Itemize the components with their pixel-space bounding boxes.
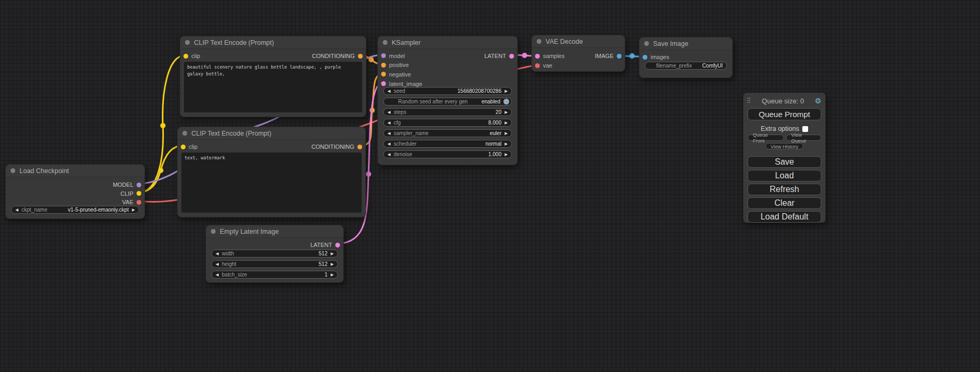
denoise-widget[interactable]: ◀ denoise 1.000 ▶ bbox=[383, 150, 512, 158]
queue-front-button[interactable]: Queue Front bbox=[748, 135, 784, 141]
clear-button[interactable]: Clear bbox=[748, 197, 821, 209]
sampler-name-widget[interactable]: ◀ sampler_name euler ▶ bbox=[383, 129, 512, 137]
widget-label: scheduler bbox=[394, 141, 416, 147]
load-button[interactable]: Load bbox=[748, 170, 821, 182]
output-slot-latent[interactable] bbox=[509, 54, 514, 59]
link-midpoint-dot[interactable] bbox=[366, 171, 371, 177]
decrement-arrow-icon[interactable]: ◀ bbox=[216, 262, 219, 266]
extra-options-checkbox[interactable] bbox=[802, 126, 808, 132]
steps-widget[interactable]: ◀ steps 20 ▶ bbox=[383, 108, 512, 116]
refresh-button[interactable]: Refresh bbox=[748, 184, 821, 195]
increment-arrow-icon[interactable]: ▶ bbox=[504, 141, 508, 146]
output-slot-conditioning[interactable] bbox=[358, 54, 363, 59]
increment-arrow-icon[interactable]: ▶ bbox=[331, 251, 334, 256]
increment-arrow-icon[interactable]: ▶ bbox=[504, 89, 508, 93]
collapse-dot-icon[interactable] bbox=[383, 40, 387, 45]
collapse-dot-icon[interactable] bbox=[11, 168, 15, 173]
input-slot-negative[interactable] bbox=[381, 72, 386, 77]
collapse-dot-icon[interactable] bbox=[537, 39, 541, 44]
output-slot-vae[interactable] bbox=[137, 200, 141, 205]
collapse-dot-icon[interactable] bbox=[644, 41, 649, 46]
node-titlebar[interactable]: KSampler bbox=[378, 36, 517, 49]
input-slot-clip[interactable] bbox=[181, 145, 186, 149]
decrement-arrow-icon[interactable]: ◀ bbox=[387, 120, 391, 125]
load-default-button[interactable]: Load Default bbox=[748, 211, 821, 223]
decrement-arrow-icon[interactable]: ◀ bbox=[387, 141, 391, 146]
input-slot-clip[interactable] bbox=[183, 54, 188, 59]
widget-value: enabled bbox=[481, 99, 500, 104]
node-titlebar[interactable]: VAE Decode bbox=[532, 35, 625, 48]
save-button[interactable]: Save bbox=[748, 156, 821, 168]
batch-size-widget[interactable]: ◀ batch_size 1 ▶ bbox=[211, 271, 338, 279]
link-midpoint-dot[interactable] bbox=[629, 53, 635, 59]
increment-arrow-icon[interactable]: ▶ bbox=[331, 262, 334, 266]
extra-options-label: Extra options bbox=[761, 125, 799, 132]
increment-arrow-icon[interactable]: ▶ bbox=[331, 272, 334, 277]
output-slot-image[interactable] bbox=[617, 54, 622, 59]
widget-label: batch_size bbox=[222, 272, 247, 278]
view-history-button[interactable]: View History bbox=[765, 143, 804, 149]
ckpt-name-widget[interactable]: ◀ ckpt_name v1-5-pruned-emaonly.ckpt ▶ bbox=[11, 206, 139, 214]
cfg-widget[interactable]: ◀ cfg 8.000 ▶ bbox=[383, 119, 512, 127]
prompt-textarea[interactable]: beautiful scenery nature glass bottle la… bbox=[184, 62, 362, 112]
link-midpoint-dot[interactable] bbox=[160, 123, 166, 128]
node-titlebar[interactable]: Load Checkpoint bbox=[6, 165, 144, 177]
node-empty-latent-image[interactable]: Empty Latent Image LATENT ◀ width 512 ▶ … bbox=[206, 225, 344, 283]
input-slot-positive[interactable] bbox=[381, 63, 386, 68]
widget-value: euler bbox=[490, 130, 501, 136]
node-save-image[interactable]: Save Image images filename_prefix ComfyU… bbox=[639, 37, 733, 78]
height-widget[interactable]: ◀ height 512 ▶ bbox=[211, 260, 338, 268]
node-titlebar[interactable]: CLIP Text Encode (Prompt) bbox=[178, 127, 365, 140]
decrement-arrow-icon[interactable]: ◀ bbox=[387, 110, 391, 115]
node-clip-text-encode-positive[interactable]: CLIP Text Encode (Prompt) clip CONDITION… bbox=[180, 36, 366, 117]
view-queue-button[interactable]: View Queue bbox=[786, 135, 821, 141]
scheduler-widget[interactable]: ◀ scheduler normal ▶ bbox=[383, 140, 512, 148]
link-midpoint-dot[interactable] bbox=[368, 57, 374, 62]
filename-prefix-widget[interactable]: filename_prefix ComfyUI bbox=[645, 62, 727, 70]
output-slot-latent[interactable] bbox=[335, 243, 340, 247]
collapse-dot-icon[interactable] bbox=[185, 40, 190, 45]
random-seed-widget[interactable]: Random seed after every gen enabled bbox=[383, 98, 512, 106]
decrement-arrow-icon[interactable]: ◀ bbox=[216, 272, 219, 277]
node-vae-decode[interactable]: VAE Decode samples vae IMAGE bbox=[531, 35, 625, 72]
output-slot-conditioning[interactable] bbox=[357, 145, 362, 149]
increment-arrow-icon[interactable]: ▶ bbox=[504, 110, 508, 115]
input-slot-latent-image[interactable] bbox=[381, 81, 386, 86]
seed-widget[interactable]: ◀ seed 156680208700286 ▶ bbox=[383, 87, 512, 95]
widget-label: height bbox=[222, 261, 236, 267]
prompt-textarea[interactable]: text, watermark bbox=[181, 152, 362, 213]
settings-gear-icon[interactable]: ⚙ bbox=[814, 97, 821, 104]
decrement-arrow-icon[interactable]: ◀ bbox=[387, 152, 391, 157]
output-slot-model[interactable] bbox=[137, 183, 141, 187]
input-slot-images[interactable] bbox=[643, 55, 647, 60]
decrement-arrow-icon[interactable]: ◀ bbox=[387, 89, 391, 93]
comfyui-canvas[interactable]: { "icons": { "arrow_left": "◀", "arrow_r… bbox=[0, 0, 980, 372]
link-midpoint-dot[interactable] bbox=[522, 53, 527, 58]
increment-arrow-icon[interactable]: ▶ bbox=[132, 207, 135, 212]
decrement-arrow-icon[interactable]: ◀ bbox=[387, 131, 391, 136]
increment-arrow-icon[interactable]: ▶ bbox=[504, 152, 508, 157]
widget-value: 1 bbox=[325, 272, 328, 278]
node-titlebar[interactable]: CLIP Text Encode (Prompt) bbox=[180, 36, 366, 49]
drag-handle-icon[interactable] bbox=[748, 98, 751, 104]
random-seed-toggle[interactable] bbox=[503, 99, 509, 104]
output-slot-clip[interactable] bbox=[137, 191, 141, 196]
increment-arrow-icon[interactable]: ▶ bbox=[504, 120, 508, 125]
node-ksampler[interactable]: KSampler model positive negative latent_… bbox=[377, 36, 518, 165]
decrement-arrow-icon[interactable]: ◀ bbox=[216, 251, 219, 256]
node-clip-text-encode-negative[interactable]: CLIP Text Encode (Prompt) clip CONDITION… bbox=[177, 127, 366, 217]
queue-prompt-button[interactable]: Queue Prompt bbox=[748, 108, 821, 120]
input-slot-model[interactable] bbox=[381, 53, 386, 58]
collapse-dot-icon[interactable] bbox=[211, 229, 216, 234]
link-midpoint-dot[interactable] bbox=[158, 168, 163, 173]
input-slot-vae[interactable] bbox=[535, 63, 540, 68]
width-widget[interactable]: ◀ width 512 ▶ bbox=[211, 250, 338, 257]
collapse-dot-icon[interactable] bbox=[182, 131, 187, 136]
node-titlebar[interactable]: Save Image bbox=[639, 37, 732, 50]
node-titlebar[interactable]: Empty Latent Image bbox=[206, 225, 343, 238]
increment-arrow-icon[interactable]: ▶ bbox=[504, 131, 508, 136]
decrement-arrow-icon[interactable]: ◀ bbox=[15, 207, 18, 212]
input-slot-samples[interactable] bbox=[535, 54, 540, 59]
node-load-checkpoint[interactable]: Load Checkpoint MODEL CLIP VAE ◀ ckpt_na… bbox=[5, 164, 145, 219]
output-slot-label: CONDITIONING bbox=[312, 53, 355, 59]
